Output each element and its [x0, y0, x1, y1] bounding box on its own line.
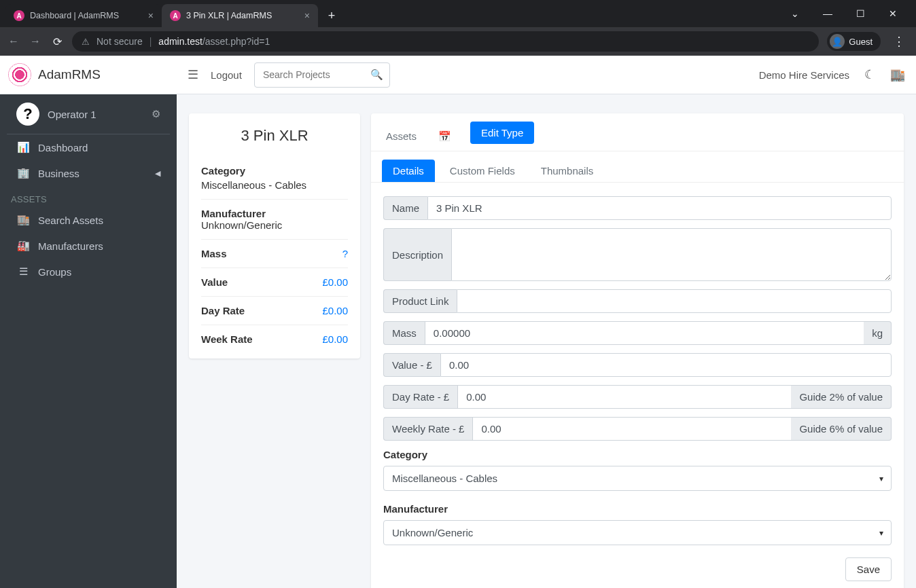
- content-area: 3 Pin XLR Category Miscellaneous - Cable…: [177, 94, 916, 588]
- field-name: Name: [383, 196, 892, 220]
- tab-assets[interactable]: Assets: [383, 124, 419, 149]
- main-column: ☰ Logout 🔍 Demo Hire Services ☾ 🏬 3 Pin …: [177, 56, 916, 588]
- reload-icon[interactable]: ⟳: [50, 35, 64, 48]
- summary-manufacturer: Manufacturer Unknown/Generic: [201, 200, 348, 240]
- tab-title: Dashboard | AdamRMS: [30, 11, 119, 20]
- save-button[interactable]: Save: [845, 557, 892, 581]
- back-icon[interactable]: ←: [7, 35, 20, 48]
- minimize-icon[interactable]: ―: [818, 8, 837, 19]
- field-weekly-rate: Weekly Rate - £ Guide 6% of value: [383, 417, 892, 441]
- brand[interactable]: AdamRMS: [0, 56, 177, 94]
- warehouse-icon[interactable]: 🏬: [890, 67, 905, 82]
- manufacturer-select[interactable]: Unknown/Generic: [383, 520, 892, 545]
- description-input[interactable]: [451, 228, 892, 281]
- field-mass: Mass kg: [383, 321, 892, 345]
- nav-heading-assets: ASSETS: [0, 186, 177, 207]
- subtab-details[interactable]: Details: [382, 160, 435, 182]
- instance-name[interactable]: Demo Hire Services: [759, 69, 849, 81]
- layers-icon: ☰: [16, 265, 30, 278]
- favicon-icon: A: [14, 10, 24, 21]
- user-name[interactable]: Operator 1: [48, 109, 96, 120]
- hamburger-icon[interactable]: ☰: [188, 67, 198, 82]
- dashboard-icon: 📊: [16, 141, 30, 153]
- forward-icon: →: [29, 35, 42, 48]
- nav-search-assets[interactable]: 🏬 Search Assets: [5, 208, 171, 232]
- gear-icon[interactable]: ⚙: [152, 108, 160, 120]
- browser-tab-dashboard[interactable]: A Dashboard | AdamRMS ×: [5, 4, 162, 27]
- summary-weekrate: Week Rate £0.00: [201, 325, 348, 353]
- profile-label: Guest: [849, 37, 873, 47]
- nav-label: Manufacturers: [38, 240, 103, 252]
- summary-mass: Mass ?: [201, 240, 348, 268]
- field-description: Description: [383, 228, 892, 281]
- tab-calendar[interactable]: 📅: [433, 125, 457, 148]
- asset-title: 3 Pin XLR: [201, 127, 348, 145]
- product-link-input[interactable]: [457, 289, 892, 313]
- tab-edit-type[interactable]: Edit Type: [470, 122, 534, 144]
- browser-tab-asset[interactable]: A 3 Pin XLR | AdamRMS ×: [162, 4, 318, 27]
- manufacturer-label: Manufacturer: [383, 503, 892, 515]
- summary-category: Category Miscellaneous - Cables: [201, 157, 348, 200]
- weekly-rate-guide-button[interactable]: Guide 6% of value: [791, 417, 892, 441]
- maximize-icon[interactable]: ☐: [851, 8, 870, 19]
- day-rate-input[interactable]: [457, 385, 791, 409]
- tab-title: 3 Pin XLR | AdamRMS: [186, 11, 272, 20]
- url-path: /asset.php?id=1: [202, 36, 270, 47]
- subtab-thumbnails[interactable]: Thumbnails: [530, 160, 605, 182]
- weekly-rate-input[interactable]: [472, 417, 791, 441]
- subtab-custom-fields[interactable]: Custom Fields: [439, 160, 526, 182]
- search-icon[interactable]: 🔍: [370, 69, 383, 81]
- details-form: Name Description Product Link Mass: [371, 183, 904, 588]
- summary-dayrate: Day Rate £0.00: [201, 297, 348, 325]
- nav-label: Dashboard: [38, 142, 88, 153]
- chevron-left-icon: ◀: [155, 169, 160, 178]
- nav-label: Groups: [38, 266, 71, 278]
- sidebar: AdamRMS ? Operator 1 ⚙ 📊 Dashboard 🏢 Bus…: [0, 56, 177, 588]
- topbar: ☰ Logout 🔍 Demo Hire Services ☾ 🏬: [177, 56, 916, 94]
- brand-name: AdamRMS: [38, 67, 101, 82]
- url-host: admin.test: [158, 36, 202, 47]
- building-icon: 🏢: [16, 167, 30, 179]
- moon-icon[interactable]: ☾: [864, 67, 875, 82]
- favicon-icon: A: [170, 10, 181, 21]
- user-panel: ? Operator 1 ⚙: [7, 94, 170, 134]
- field-value: Value - £: [383, 353, 892, 377]
- nav-dashboard[interactable]: 📊 Dashboard: [5, 135, 171, 160]
- mass-help-link[interactable]: ?: [342, 248, 348, 259]
- user-avatar-icon: ?: [16, 103, 39, 126]
- summary-value: Value £0.00: [201, 268, 348, 297]
- not-secure-icon: ⚠: [82, 37, 90, 47]
- app-root: AdamRMS ? Operator 1 ⚙ 📊 Dashboard 🏢 Bus…: [0, 56, 916, 588]
- address-bar: ← → ⟳ ⚠ Not secure | admin.test/asset.ph…: [0, 27, 916, 56]
- logout-link[interactable]: Logout: [211, 69, 242, 81]
- close-icon[interactable]: ×: [148, 10, 154, 21]
- asset-edit-card: Assets 📅 Edit Type Details Custom Fields…: [371, 113, 904, 588]
- field-day-rate: Day Rate - £ Guide 2% of value: [383, 385, 892, 409]
- category-select[interactable]: Miscellaneous - Cables: [383, 466, 892, 491]
- nav-label: Search Assets: [38, 215, 103, 226]
- field-product-link: Product Link: [383, 289, 892, 313]
- project-search-input[interactable]: [254, 62, 390, 88]
- nav-groups[interactable]: ☰ Groups: [5, 259, 171, 284]
- mass-input[interactable]: [425, 321, 864, 345]
- calendar-icon: 📅: [438, 130, 451, 142]
- chevron-down-icon[interactable]: ⌄: [786, 8, 805, 19]
- day-rate-guide-button[interactable]: Guide 2% of value: [791, 385, 892, 409]
- close-window-icon[interactable]: ✕: [883, 8, 902, 19]
- profile-chip[interactable]: 👤 Guest: [827, 32, 881, 51]
- value-input[interactable]: [440, 353, 892, 377]
- new-tab-button[interactable]: +: [322, 6, 341, 25]
- kebab-icon[interactable]: ⋮: [889, 34, 909, 49]
- window-controls: ⌄ ― ☐ ✕: [786, 8, 911, 19]
- close-icon[interactable]: ×: [304, 10, 310, 21]
- warehouse-icon: 🏬: [16, 214, 30, 226]
- avatar-icon: 👤: [830, 34, 845, 49]
- brand-logo-icon: [8, 63, 31, 86]
- nav-business[interactable]: 🏢 Business ◀: [5, 161, 171, 185]
- tab-bar: A Dashboard | AdamRMS × A 3 Pin XLR | Ad…: [0, 0, 916, 27]
- browser-chrome: A Dashboard | AdamRMS × A 3 Pin XLR | Ad…: [0, 0, 916, 56]
- sub-tab-row: Details Custom Fields Thumbnails: [371, 151, 904, 183]
- nav-manufacturers[interactable]: 🏭 Manufacturers: [5, 234, 171, 258]
- omnibox[interactable]: ⚠ Not secure | admin.test/asset.php?id=1: [72, 31, 819, 52]
- name-input[interactable]: [427, 196, 892, 220]
